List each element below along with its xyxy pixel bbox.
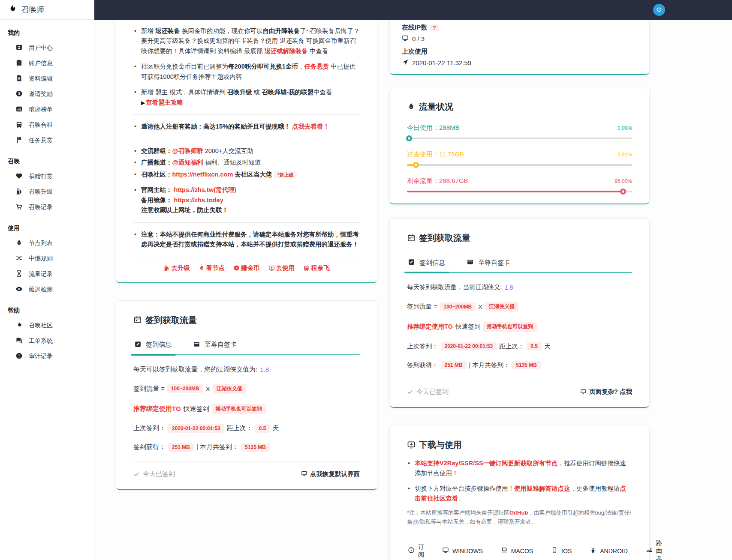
karma-badge: 江湖侠义值 <box>485 302 518 311</box>
tab-windows[interactable]: WINDOWS <box>441 536 484 560</box>
slider-knob[interactable] <box>620 189 626 195</box>
help-question-badge[interactable]: ? <box>430 24 438 31</box>
divider <box>133 114 360 115</box>
tab-macos[interactable]: MACOS <box>500 536 534 560</box>
traffic-percent: 96.00% <box>615 178 632 184</box>
action-label: 赚金币 <box>241 264 260 272</box>
sidebar-item-audit-log[interactable]: 审计记录 <box>0 349 94 364</box>
main-site-link[interactable]: https://zhs.tw(需代理) <box>174 186 237 193</box>
tab-supreme-card[interactable]: 至尊自签卡 <box>192 337 238 354</box>
sidebar-item-label: 账户信息 <box>29 60 53 67</box>
download-item: 本站支持V2Ray/SSR/SS一键订阅更新获取所有节点，推荐使用订阅链接快速添… <box>407 458 632 478</box>
sidebar-item-profile-edit[interactable]: 资料编辑 <box>0 71 94 87</box>
tab-supreme-card[interactable]: 至尊自签卡 <box>466 255 512 272</box>
guild-guide-link[interactable]: 查看盟主攻略 <box>146 99 183 106</box>
tab-android[interactable]: ANDROID <box>589 536 629 560</box>
sidebar-item-bus-share[interactable]: 召唤合租 <box>0 117 94 133</box>
sidebar-item-task-bounty[interactable]: 任务悬赏 <box>0 133 94 148</box>
checkin-line-last: 上次签到： 2020-01-22 00:01:53 距上次： 0.5 天 <box>407 342 632 350</box>
text: 签到获得： <box>407 361 438 369</box>
dollar-icon: $ <box>233 264 240 272</box>
checkin-footer: 今天已签到 点我恢复默认界面 <box>133 461 360 478</box>
tab-label: 签到信息 <box>146 341 172 349</box>
slider-knob[interactable] <box>413 162 419 168</box>
last-use-label: 上次使用 <box>402 48 428 56</box>
tab-label: WINDOWS <box>452 548 483 554</box>
sidebar-item-traffic-log[interactable]: 流量记录 <box>0 267 94 282</box>
sidebar-item-purchase-record[interactable]: 召唤记录 <box>0 200 94 215</box>
laptop-icon <box>501 547 508 554</box>
mirror-site-link[interactable]: https://zhs.today <box>174 197 223 204</box>
sidebar-item-community[interactable]: 召唤社区 <box>0 318 94 333</box>
flame-icon <box>15 321 23 330</box>
sidebar-item-upgrade[interactable]: 召唤升级 <box>0 184 94 200</box>
sidebar-item-latency-test[interactable]: 延迟检测 <box>0 282 94 297</box>
tab-router[interactable]: 路由器 <box>645 536 663 560</box>
sidebar-item-label: 召唤社区 <box>29 322 53 329</box>
sidebar-item-invite-reward[interactable]: $ 邀请奖励 <box>0 87 94 102</box>
community-url-link[interactable]: https://netflixcn.com <box>172 171 233 178</box>
check-icon <box>133 470 140 478</box>
last-checkin-time-badge: 2020-01-22 00:01:53 <box>168 424 224 433</box>
tab-checkin-info[interactable]: 签到信息 <box>407 255 447 272</box>
restore-default-button[interactable]: 点我恢复默认界面 <box>301 470 360 478</box>
telegram-channel-link[interactable]: @通知福利 <box>172 159 203 166</box>
phone-icon <box>551 547 558 554</box>
slider-knob[interactable] <box>406 135 412 141</box>
traffic-row-past: 过去使用：11.76GB 3.91% <box>407 150 632 166</box>
sidebar-item-tickets[interactable]: 工单系统 <box>0 333 94 349</box>
sidebar-item-donate[interactable]: 捐赠打赏 <box>0 169 94 184</box>
sidebar-item-label: 资料编辑 <box>29 75 53 83</box>
return-equipment-link[interactable]: 退还或解除装备 <box>265 48 308 54</box>
sidebar-item-label: 工单系统 <box>29 337 53 345</box>
logo[interactable]: 召唤师 <box>0 0 94 20</box>
text: 中查看 <box>308 48 328 54</box>
sidebar-item-ranking[interactable]: 琅琊榜单 <box>0 102 94 117</box>
tab-label: IOS <box>561 548 572 554</box>
traffic-row-remaining: 剩余流量：288.67GB 96.00% <box>407 177 632 192</box>
tab-subscription[interactable]: 订阅 <box>407 536 425 560</box>
fuel-pump-icon <box>163 264 170 272</box>
go-upgrade-button[interactable]: 去升级 <box>163 264 190 272</box>
go-use-button[interactable]: 去使用 <box>268 264 295 272</box>
calendar-icon <box>407 233 416 243</box>
rent-netflix-button[interactable]: 租奈飞 <box>303 264 330 272</box>
earn-coins-button[interactable]: $赚金币 <box>233 264 260 272</box>
sidebar-item-user-center[interactable]: 用户中心 <box>0 40 94 56</box>
shake-badge: 摇动手机也可以签到 <box>212 404 266 414</box>
card-title: 下载与使用 <box>407 439 632 451</box>
text-bold: 注意收藏以上网址，防止失联！ <box>141 207 228 213</box>
monitor-icon <box>442 547 449 554</box>
bind-tg-link[interactable]: 推荐绑定使用TG <box>407 323 453 331</box>
svg-text:$: $ <box>18 92 20 96</box>
sidebar-item-label: 邀请奖励 <box>29 90 53 98</box>
sidebar-item-relay-rules[interactable]: 中继规则 <box>0 251 94 267</box>
telegram-group-link[interactable]: @召唤师群 <box>172 147 203 154</box>
text-bold: 自由升降装备 <box>263 27 300 34</box>
faq-link[interactable]: 使用疑难解答请点这 <box>514 485 570 492</box>
traffic-slider[interactable] <box>407 138 632 139</box>
traffic-row-today: 今日使用：288MB 0.09% <box>407 124 632 139</box>
simplify-page-button[interactable]: 页面复杂? 点我 <box>580 388 632 396</box>
traffic-slider[interactable] <box>407 164 632 166</box>
bind-tg-link[interactable]: 推荐绑定使用TG <box>133 405 181 413</box>
invite-link[interactable]: 点我去看看！ <box>292 123 329 130</box>
traffic-slider[interactable] <box>407 191 632 192</box>
tab-ios[interactable]: IOS <box>550 536 572 560</box>
text-bold: 交流群组： <box>141 147 172 154</box>
top-navbar <box>94 0 732 20</box>
bus-icon <box>15 121 23 129</box>
sidebar-item-node-list[interactable]: 节点列表 <box>0 236 94 251</box>
power-button[interactable] <box>653 4 665 16</box>
sidebar-item-account-info[interactable]: 账户信息 <box>0 56 94 71</box>
view-nodes-button[interactable]: 看节点 <box>199 264 225 272</box>
divider <box>133 257 360 257</box>
github-link[interactable]: GitHub <box>509 509 528 516</box>
sidebar-item-label: 延迟检测 <box>29 286 53 293</box>
tab-checkin-info[interactable]: 签到信息 <box>133 337 173 354</box>
text: 距上次： <box>499 342 524 350</box>
task-bounty-link[interactable]: 任务悬赏 <box>304 63 329 70</box>
card-title: 签到获取流量 <box>133 314 360 326</box>
subscription-support-link[interactable]: 本站支持V2Ray/SSR/SS一键订阅更新获取所有节点 <box>415 460 558 467</box>
download-icon <box>268 264 275 272</box>
